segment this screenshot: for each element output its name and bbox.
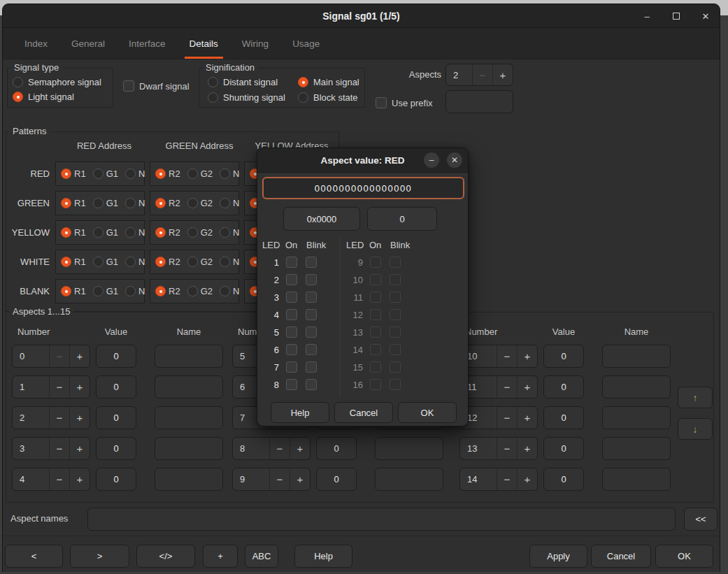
checkbox-icon[interactable] [123, 80, 134, 92]
dialog-ok-button[interactable]: OK [398, 402, 457, 423]
increment-button[interactable]: + [517, 345, 537, 367]
radio-icon[interactable] [155, 227, 166, 238]
aspect-value-field[interactable] [543, 345, 584, 368]
radio-icon[interactable] [155, 198, 166, 208]
led-on-checkbox[interactable] [286, 361, 297, 373]
signification-option[interactable]: Shunting signal [208, 92, 285, 103]
led-on-checkbox[interactable] [370, 327, 381, 338]
radio-icon[interactable] [155, 286, 166, 296]
decrement-button[interactable]: − [269, 468, 290, 490]
apply-button[interactable]: Apply [529, 545, 587, 568]
aspect-name-field[interactable] [155, 468, 223, 491]
signal-type-option[interactable]: Semaphore signal [13, 77, 101, 87]
radio-icon[interactable] [187, 286, 198, 296]
increment-button[interactable]: + [492, 64, 513, 85]
aspect-value-field[interactable] [316, 468, 357, 491]
led-blink-checkbox[interactable] [390, 309, 401, 320]
radio-icon[interactable] [187, 198, 198, 208]
aspect-name-field[interactable] [602, 468, 671, 491]
aspect-name-field[interactable] [155, 406, 223, 429]
radio-icon[interactable] [220, 168, 230, 179]
aspect-name-field[interactable] [602, 406, 671, 429]
dialog-help-button[interactable]: Help [271, 402, 329, 423]
led-blink-checkbox[interactable] [306, 361, 317, 373]
led-on-checkbox[interactable] [286, 344, 297, 355]
radio-icon[interactable] [155, 168, 166, 179]
radio-icon[interactable] [208, 77, 218, 87]
aspect-name-field[interactable] [602, 437, 671, 460]
aspect-name-field[interactable] [375, 437, 443, 460]
increment-button[interactable]: + [69, 345, 90, 367]
aspect-value-field[interactable] [96, 375, 136, 399]
decrement-button[interactable]: − [497, 407, 517, 429]
aspect-name-field[interactable] [155, 375, 223, 399]
radio-icon[interactable] [187, 227, 198, 238]
tab[interactable]: Usage [280, 28, 331, 59]
binary-value-input[interactable] [262, 177, 464, 199]
led-on-checkbox[interactable] [370, 379, 381, 390]
signification-option[interactable]: Block state [298, 92, 358, 103]
dialog-titlebar[interactable]: Aspect value: RED – ✕ [257, 148, 468, 173]
led-on-checkbox[interactable] [370, 344, 381, 355]
led-blink-checkbox[interactable] [390, 292, 401, 303]
tab[interactable]: General [59, 28, 117, 59]
decimal-value-button[interactable]: 0 [367, 207, 437, 231]
led-on-checkbox[interactable] [286, 292, 297, 303]
radio-icon[interactable] [220, 227, 230, 238]
decrement-button[interactable]: − [472, 64, 492, 85]
aspect-value-field[interactable] [543, 437, 584, 460]
radio-icon[interactable] [298, 92, 308, 103]
decrement-button[interactable]: − [497, 438, 517, 459]
increment-button[interactable]: + [69, 438, 90, 459]
increment-button[interactable]: + [517, 407, 537, 429]
tab[interactable]: Interface [117, 28, 178, 59]
aspect-value-field[interactable] [543, 406, 584, 429]
aspect-value-field[interactable] [96, 406, 136, 429]
led-on-checkbox[interactable] [286, 274, 297, 285]
decrement-button[interactable]: − [497, 468, 517, 490]
aspect-name-field[interactable] [375, 468, 443, 491]
abc-button[interactable]: ABC [245, 545, 278, 568]
tab[interactable]: Wiring [230, 28, 280, 59]
dwarf-signal-option[interactable]: Dwarf signal [123, 80, 190, 92]
led-blink-checkbox[interactable] [306, 379, 317, 390]
led-blink-checkbox[interactable] [306, 344, 317, 355]
led-blink-checkbox[interactable] [306, 274, 317, 285]
decrement-button[interactable]: − [269, 438, 290, 459]
dialog-cancel-button[interactable]: Cancel [334, 402, 393, 423]
increment-button[interactable]: + [517, 376, 537, 398]
help-button[interactable]: Help [294, 545, 352, 568]
move-down-button[interactable]: ↓ [678, 418, 713, 440]
led-blink-checkbox[interactable] [390, 379, 401, 390]
add-button[interactable]: + [203, 545, 238, 568]
radio-icon[interactable] [125, 198, 136, 208]
decrement-button[interactable]: − [49, 376, 69, 398]
aspect-name-field[interactable] [155, 345, 223, 368]
increment-button[interactable]: + [69, 468, 90, 490]
increment-button[interactable]: + [69, 376, 90, 398]
aspect-name-field[interactable] [602, 345, 671, 368]
radio-icon[interactable] [187, 168, 198, 179]
increment-button[interactable]: + [517, 438, 537, 459]
led-blink-checkbox[interactable] [306, 292, 317, 303]
dialog-close-icon[interactable]: ✕ [447, 152, 462, 168]
tab[interactable]: Details [178, 28, 230, 59]
decrement-button[interactable]: − [497, 345, 517, 367]
maximize-icon[interactable] [669, 9, 683, 23]
radio-icon[interactable] [61, 227, 71, 238]
radio-icon[interactable] [93, 227, 104, 238]
led-blink-checkbox[interactable] [390, 361, 401, 373]
led-on-checkbox[interactable] [370, 257, 381, 268]
move-up-button[interactable]: ↑ [678, 387, 713, 408]
aspect-value-field[interactable] [543, 375, 584, 399]
signal-type-option[interactable]: Light signal [13, 92, 74, 102]
aspect-names-field[interactable] [87, 508, 676, 531]
increment-button[interactable]: + [290, 468, 310, 490]
radio-icon[interactable] [220, 198, 230, 208]
radio-icon[interactable] [93, 168, 104, 179]
checkbox-icon[interactable] [376, 97, 387, 108]
ok-button[interactable]: OK [655, 545, 713, 568]
radio-icon[interactable] [13, 92, 23, 102]
decrement-button[interactable]: − [49, 345, 69, 367]
aspect-value-field[interactable] [543, 468, 584, 491]
